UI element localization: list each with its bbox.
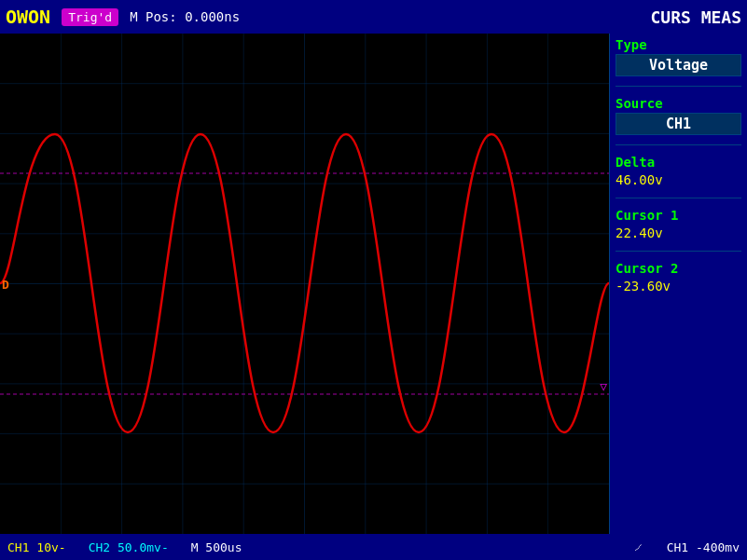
oscilloscope-screen: D ▽ xyxy=(0,34,609,534)
right-panel: Type Voltage Source CH1 Delta 46.00v Cur… xyxy=(609,34,747,534)
ch1-status: CH1 10v- xyxy=(7,540,66,554)
ch2-status: CH2 50.0mv- xyxy=(89,540,169,554)
m-pos: M Pos: 0.000ns xyxy=(130,9,650,24)
delta-label: Delta xyxy=(616,155,741,170)
waveform-svg xyxy=(0,34,609,534)
cursor1-section: Cursor 1 22.40v xyxy=(616,208,741,241)
time-status: M 500us xyxy=(191,540,242,554)
status-bar: CH1 10v- CH2 50.0mv- M 500us ⟋ CH1 -400m… xyxy=(0,534,747,560)
divider-1 xyxy=(616,86,741,87)
m-pos-value: 0.000ns xyxy=(185,9,240,24)
main-area: D ▽ Type Voltage Source CH1 Delta 46.00v xyxy=(0,34,747,534)
type-section: Type Voltage xyxy=(616,37,741,76)
oscilloscope: OWON Trig'd M Pos: 0.000ns CURS MEAS xyxy=(0,0,747,560)
type-label: Type xyxy=(616,37,741,52)
v-marker: ▽ xyxy=(600,379,607,393)
cursor2-value: -23.60v xyxy=(616,278,741,294)
source-label: Source xyxy=(616,96,741,111)
source-value[interactable]: CH1 xyxy=(616,113,741,135)
curs-meas-title: CURS MEAS xyxy=(650,7,741,27)
divider-2 xyxy=(616,144,741,145)
cursor2-label: Cursor 2 xyxy=(616,261,741,276)
trig-status: Trig'd xyxy=(62,8,118,26)
cursor2-section: Cursor 2 -23.60v xyxy=(616,261,741,294)
cursor1-value: 22.40v xyxy=(616,225,741,241)
trigger-info: CH1 -400mv xyxy=(667,540,740,554)
type-value[interactable]: Voltage xyxy=(616,54,741,76)
brand-label: OWON xyxy=(6,6,50,28)
delta-value: 46.00v xyxy=(616,171,741,188)
delta-section: Delta 46.00v xyxy=(616,155,741,188)
divider-4 xyxy=(616,251,741,252)
top-bar: OWON Trig'd M Pos: 0.000ns CURS MEAS xyxy=(0,0,747,34)
d-marker: D xyxy=(2,277,9,291)
cursor1-label: Cursor 1 xyxy=(616,208,741,223)
m-pos-label: M Pos: xyxy=(130,9,177,24)
source-section: Source CH1 xyxy=(616,96,741,135)
trigger-icon: ⟋ xyxy=(632,540,644,554)
divider-3 xyxy=(616,198,741,198)
